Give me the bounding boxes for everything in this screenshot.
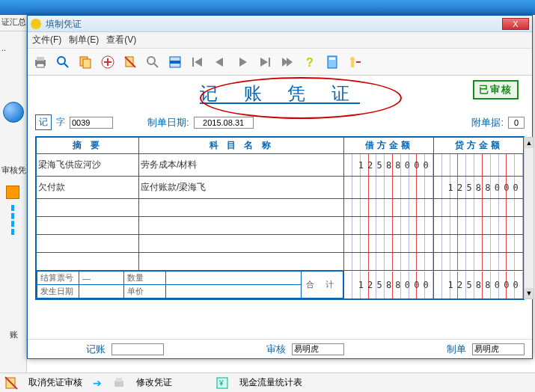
total-label: 合 计 [302, 272, 343, 298]
header-debit: 借方金额 [344, 138, 434, 154]
cell-debit[interactable]: 12588000 [344, 154, 434, 177]
copy-icon[interactable] [76, 52, 95, 72]
svg-rect-15 [170, 61, 180, 64]
voucher-title: 记 账 凭 证 [35, 82, 525, 105]
svg-text:¥: ¥ [218, 379, 224, 388]
arrow-right-icon: ➔ [93, 377, 102, 389]
insert-icon[interactable] [165, 52, 185, 72]
cell-debit[interactable] [344, 177, 434, 199]
help-icon[interactable]: ? [300, 52, 320, 72]
cell-credit[interactable]: 12588000 [434, 177, 524, 199]
voucher-dialog: 填制凭证 X 文件(F) 制单(E) 查看(V) ? 已审核 记 账 凭 证 记… [27, 15, 533, 359]
svg-rect-28 [351, 61, 354, 67]
voucher-number-input[interactable] [70, 117, 113, 129]
svg-point-12 [147, 57, 155, 64]
svg-rect-6 [83, 59, 91, 68]
header-subject: 科 目 名 称 [139, 138, 344, 154]
left-dash-icon [11, 205, 14, 235]
titlebar: 填制凭证 X [28, 16, 532, 32]
svg-marker-19 [239, 58, 247, 67]
cancel-audit-button[interactable]: 取消凭证审核 [28, 376, 82, 389]
print-icon[interactable] [31, 52, 50, 72]
voucher-type-label: 记 [39, 116, 48, 129]
scroll-down-icon[interactable]: ▼ [525, 288, 534, 298]
menu-view[interactable]: 查看(V) [106, 34, 136, 46]
last-icon[interactable] [255, 52, 275, 72]
table-row[interactable]: 梁海飞供应河沙 劳务成本/材料 12588000 [37, 154, 524, 177]
ticket-value[interactable]: — [79, 272, 124, 285]
table-row[interactable] [37, 253, 524, 271]
calc-icon[interactable] [322, 52, 342, 72]
cell-summary[interactable]: 欠付款 [37, 177, 139, 199]
cashflow-icon[interactable]: ¥ [215, 376, 229, 390]
table-row[interactable] [37, 217, 524, 235]
scroll-up-icon[interactable]: ▲ [525, 138, 534, 148]
add-icon[interactable] [98, 52, 117, 72]
occur-date-value[interactable] [79, 285, 124, 298]
svg-line-13 [154, 64, 158, 67]
menu-file[interactable]: 文件(F) [32, 34, 61, 46]
attach-input[interactable] [508, 117, 525, 129]
price-label: 单价 [124, 285, 166, 298]
svg-marker-20 [260, 58, 268, 67]
left-text-top: 证汇总 [0, 15, 26, 28]
svg-rect-33 [116, 378, 122, 382]
left-dots: .. [0, 42, 26, 52]
app-icon [31, 19, 41, 29]
approved-stamp: 已审核 [473, 80, 519, 99]
audit-label: 审核 [266, 343, 286, 356]
svg-rect-26 [329, 58, 335, 60]
voucher-footer: 记账 审核 制单 [28, 339, 532, 358]
date-input[interactable] [194, 117, 254, 129]
table-row[interactable] [37, 235, 524, 253]
cell-summary[interactable]: 梁海飞供应河沙 [37, 154, 139, 177]
left-text-bottom: 账 [0, 329, 27, 340]
svg-text:?: ? [306, 56, 314, 69]
menubar: 文件(F) 制单(E) 查看(V) [28, 32, 532, 49]
date-label: 制单日期: [147, 116, 189, 129]
occur-date-label: 发生日期 [37, 285, 79, 298]
header-credit: 贷方金额 [434, 138, 524, 154]
svg-point-3 [58, 57, 65, 64]
find-icon[interactable] [143, 52, 162, 72]
svg-marker-17 [195, 58, 202, 67]
prev-icon[interactable] [210, 52, 230, 72]
table-row[interactable] [37, 199, 524, 217]
left-badge-icon[interactable] [6, 186, 19, 199]
left-text-mid: 审核凭 [0, 165, 27, 176]
next-icon[interactable] [233, 52, 252, 72]
total-credit: 12588000 [434, 271, 524, 299]
audit-value[interactable] [292, 343, 344, 355]
modify-button[interactable]: 修改凭证 [136, 376, 172, 389]
cancel-audit-icon[interactable] [4, 376, 18, 390]
cell-credit[interactable] [434, 154, 524, 177]
qty-label: 数量 [124, 272, 166, 285]
delete-icon[interactable] [120, 52, 140, 72]
exit-icon[interactable] [345, 52, 364, 72]
svg-marker-18 [215, 58, 223, 67]
price-value[interactable] [166, 285, 302, 298]
cashflow-button[interactable]: 现金流量统计表 [239, 376, 302, 389]
post-value[interactable] [111, 343, 164, 355]
preview-icon[interactable] [53, 52, 73, 72]
table-row[interactable]: 欠付款 应付账款/梁海飞 12588000 [37, 177, 524, 199]
qty-value[interactable] [166, 272, 302, 285]
toolbar: ? [28, 49, 532, 76]
bottom-actions: 取消凭证审核 ➔ 修改凭证 ¥ 现金流量统计表 [0, 373, 535, 392]
left-globe-icon[interactable] [3, 102, 24, 123]
total-debit: 12588000 [344, 271, 434, 299]
cell-subject[interactable]: 劳务成本/材料 [139, 154, 344, 177]
first-icon[interactable] [188, 52, 207, 72]
svg-rect-16 [192, 58, 194, 67]
end-icon[interactable] [278, 52, 297, 72]
window-title: 填制凭证 [46, 17, 502, 31]
maker-value[interactable] [472, 343, 525, 355]
svg-rect-32 [114, 381, 123, 387]
close-button[interactable]: X [502, 18, 529, 30]
table-scrollbar[interactable]: ▲ ▼ [524, 137, 534, 299]
menu-make[interactable]: 制单(E) [69, 34, 99, 46]
modify-icon[interactable] [112, 376, 126, 390]
maker-label: 制单 [447, 343, 466, 356]
cell-subject[interactable]: 应付账款/梁海飞 [139, 177, 344, 199]
voucher-type-char: 字 [56, 116, 65, 129]
